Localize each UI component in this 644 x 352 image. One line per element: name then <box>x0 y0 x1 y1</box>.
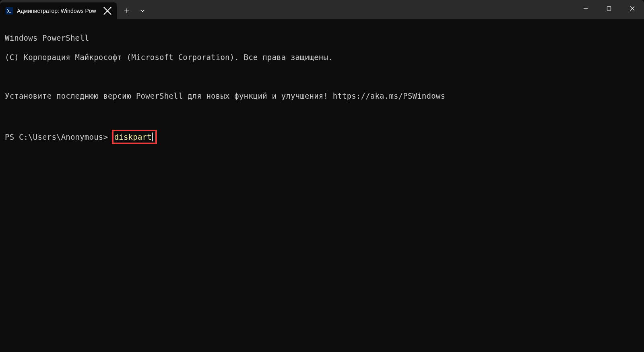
cursor <box>152 133 153 141</box>
prompt-line: PS C:\Users\Anonymous> diskpart <box>5 130 639 144</box>
tab-dropdown-button[interactable] <box>135 2 150 19</box>
maximize-button[interactable] <box>597 0 621 17</box>
blank-line <box>5 72 639 81</box>
prompt: PS C:\Users\Anonymous> <box>5 133 113 141</box>
new-tab-button[interactable] <box>118 2 135 19</box>
window-controls <box>574 0 644 19</box>
titlebar: Администратор: Windows Pow <box>0 0 644 19</box>
minimize-button[interactable] <box>574 0 597 17</box>
maximize-icon <box>607 6 611 11</box>
tab-title: Администратор: Windows Pow <box>17 8 99 14</box>
tab-close-button[interactable] <box>103 6 112 15</box>
svg-rect-0 <box>607 7 611 10</box>
powershell-icon <box>6 7 13 14</box>
plus-icon <box>124 8 130 14</box>
minimize-icon <box>583 6 588 11</box>
chevron-down-icon <box>140 8 145 14</box>
terminal-line: (C) Корпорация Майкрософт (Microsoft Cor… <box>5 52 639 62</box>
close-icon <box>630 6 635 11</box>
command-text: diskpart <box>114 133 152 141</box>
command-highlight: diskpart <box>112 130 157 144</box>
terminal-tab[interactable]: Администратор: Windows Pow <box>0 2 117 19</box>
terminal-line: Windows PowerShell <box>5 33 639 43</box>
close-icon <box>103 6 112 15</box>
blank-line <box>5 110 639 120</box>
titlebar-left: Администратор: Windows Pow <box>0 0 150 19</box>
terminal-content[interactable]: Windows PowerShell (C) Корпорация Майкро… <box>0 19 644 158</box>
close-window-button[interactable] <box>621 0 644 17</box>
terminal-line: Установите последнюю версию PowerShell д… <box>5 91 639 101</box>
